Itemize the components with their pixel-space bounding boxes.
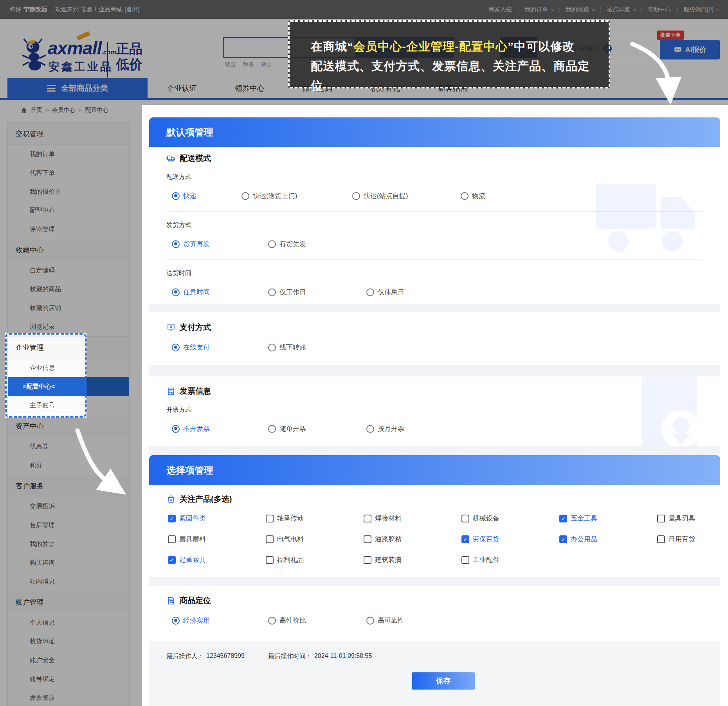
sidebar-item[interactable]: 代客下单 — [8, 164, 129, 182]
group-label: 发货方式 — [166, 221, 703, 229]
radio-option[interactable]: 高性价比 — [268, 616, 366, 625]
sidebar-item[interactable]: 交易投诉 — [8, 497, 129, 516]
sidebar-section-title[interactable]: 交易管理 — [8, 123, 129, 145]
breadcrumb-config-center[interactable]: 配置中心 — [85, 106, 109, 114]
checkbox-option[interactable]: 量具刃具 — [657, 514, 703, 523]
topbar-link-1[interactable]: 我的订单 — [524, 6, 553, 13]
topbar-link-2[interactable]: 我的收藏 — [566, 6, 594, 13]
radio-option[interactable]: 仅工作日 — [268, 288, 366, 297]
checkbox-option[interactable]: 福利礼品 — [266, 555, 364, 564]
sidebar-item[interactable]: 收藏的商品 — [8, 280, 129, 299]
topbar-link-4[interactable]: 帮助中心 — [647, 6, 671, 13]
radio-option-selected[interactable]: 经济实用 — [172, 616, 268, 625]
sidebar-section: 企业管理企业信息>配置中心<主子账号 — [8, 336, 129, 415]
sidebar-section-title[interactable]: 账户管理 — [8, 591, 129, 613]
logo-wordmark[interactable]: axmall.com — [48, 38, 116, 59]
checkbox-option[interactable]: 磨具磨料 — [168, 535, 266, 544]
radio-option-selected[interactable]: 货齐再发 — [172, 240, 268, 249]
checkbox-option-checked[interactable]: ✓起重索具 — [168, 555, 266, 564]
checkbox-icon — [168, 535, 176, 543]
sidebar-item[interactable]: 浏览记录 — [8, 317, 129, 336]
checkbox-option-checked[interactable]: ✓紧固件类 — [168, 514, 266, 523]
sidebar-section-title[interactable]: 资产中心 — [8, 415, 129, 437]
checkbox-option-checked[interactable]: ✓办公用品 — [559, 535, 657, 544]
sidebar-item[interactable]: 个人信息 — [8, 613, 129, 632]
checkbox-option[interactable]: 油漆胶粘 — [364, 535, 461, 544]
ant-logo-icon[interactable] — [21, 37, 47, 72]
checkbox-option[interactable]: 日用百货 — [657, 535, 703, 544]
radio-option-selected[interactable]: 任意时间 — [172, 288, 268, 297]
checkbox-option[interactable]: 机械设备 — [461, 514, 559, 523]
sidebar-item[interactable]: 收货地址 — [8, 632, 129, 651]
radio-option[interactable]: 仅休息日 — [366, 288, 404, 297]
sidebar-item[interactable]: 配型中心 — [8, 201, 129, 220]
nav-tab[interactable]: 领券中心 — [235, 83, 265, 94]
sidebar-item[interactable]: 账号绑定 — [8, 670, 129, 688]
logout-link[interactable]: [退出] — [124, 6, 139, 13]
radio-option[interactable]: 有货先发 — [268, 240, 366, 249]
breadcrumb-separator: > — [45, 107, 49, 113]
checkbox-option-checked[interactable]: ✓五金工具 — [559, 514, 657, 523]
nav-tab[interactable]: 企业认证 — [167, 83, 197, 94]
checkbox-option[interactable]: 焊接材料 — [364, 514, 461, 523]
sidebar-item[interactable]: 评论管理 — [8, 220, 129, 239]
greeting-mid: ，欢迎来到 — [49, 6, 79, 13]
checkbox-option[interactable]: 建筑装潢 — [364, 555, 461, 564]
topbar-link-5[interactable]: 服务消息[2] — [683, 6, 719, 13]
group-divider — [166, 259, 703, 260]
hot-search-word[interactable]: 链金 — [225, 61, 236, 68]
radio-option[interactable]: 物流 — [461, 191, 485, 200]
breadcrumb-member-center[interactable]: 会员中心 — [52, 106, 76, 114]
radio-option-selected[interactable]: 快递 — [172, 191, 241, 200]
checkbox-icon — [461, 515, 469, 522]
sidebar-item[interactable]: 购买咨询 — [8, 553, 129, 572]
topbar-link-label: 商家入驻 — [488, 6, 512, 13]
radio-option[interactable]: 线下转账 — [268, 343, 366, 352]
separator: | — [559, 6, 560, 13]
checkbox-option-checked[interactable]: ✓劳保百货 — [461, 535, 559, 544]
checkbox-icon — [364, 515, 371, 522]
sidebar-item[interactable]: 售后管理 — [8, 516, 129, 535]
radio-label: 经济实用 — [183, 616, 210, 625]
hot-search-word[interactable]: 焊条 — [243, 61, 254, 68]
sidebar-item[interactable]: 主子账号 — [8, 396, 129, 415]
save-button[interactable]: 保存 — [412, 672, 475, 690]
sidebar-item[interactable]: 自定编码 — [8, 261, 129, 280]
sidebar-item[interactable]: 我的订单 — [8, 145, 129, 164]
sidebar-item[interactable]: 我的发票 — [8, 535, 129, 553]
checkbox-option[interactable]: 工业配件 — [461, 555, 559, 564]
radio-option[interactable]: 按月开票 — [366, 424, 404, 433]
card-gap — [149, 446, 720, 455]
checkbox-option[interactable]: 电气电料 — [266, 535, 364, 544]
sidebar-item[interactable]: 我的报价单 — [8, 182, 129, 201]
sidebar-item[interactable]: 优惠券 — [8, 437, 129, 456]
sidebar-item[interactable]: 账户安全 — [8, 651, 129, 670]
sidebar-item[interactable]: 企业信息 — [8, 358, 129, 377]
sidebar-item-active[interactable]: >配置中心< — [8, 377, 129, 396]
radio-option[interactable]: 快运(站点自提) — [352, 191, 461, 200]
checkbox-option[interactable]: 轴承传动 — [266, 514, 364, 523]
topbar-link-0[interactable]: 商家入驻 — [488, 6, 512, 13]
hot-search-word[interactable]: 得力 — [261, 61, 272, 68]
checkbox-icon — [266, 535, 274, 543]
ai-quote-button[interactable]: AI报价 — [660, 40, 720, 59]
radio-option-selected[interactable]: 不开发票 — [172, 424, 268, 433]
radio-icon — [366, 425, 374, 433]
breadcrumb-home[interactable]: 首页 — [31, 106, 42, 114]
all-categories-button[interactable]: 全部商品分类 — [7, 78, 148, 98]
radio-option[interactable]: 快运(送货上门) — [241, 191, 352, 200]
topbar-link-3[interactable]: 站点导航 — [607, 6, 635, 13]
hamburger-icon — [47, 85, 56, 92]
radio-option-selected[interactable]: 在线支付 — [172, 343, 268, 352]
sidebar-section-title[interactable]: 收藏中心 — [8, 239, 129, 261]
sidebar-section-title[interactable]: 企业管理 — [8, 337, 129, 358]
sidebar-item[interactable]: 收藏的店铺 — [8, 299, 129, 317]
sidebar-item[interactable]: 积分 — [8, 456, 129, 475]
sidebar-item[interactable]: 发票资质 — [8, 688, 129, 706]
sidebar-section-title[interactable]: 客户服务 — [8, 475, 129, 497]
last-operation-info: 最后操作人： 12345678999 最后操作时间： 2024-11-01 09… — [166, 652, 720, 661]
sidebar-item[interactable]: 站内消息 — [8, 572, 129, 591]
radio-group: 不开发票随单开票按月开票 — [166, 424, 703, 433]
radio-option[interactable]: 高可靠性 — [366, 616, 404, 625]
radio-option[interactable]: 随单开票 — [268, 424, 366, 433]
